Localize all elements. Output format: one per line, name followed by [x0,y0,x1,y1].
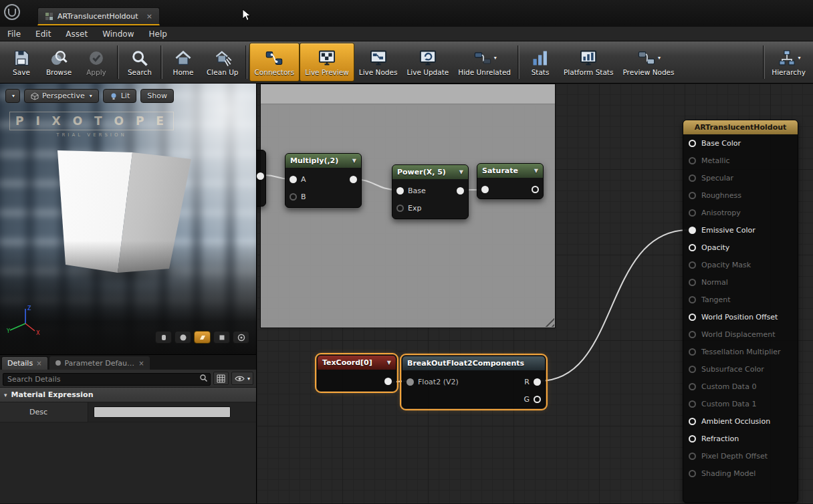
pin-world-displacement[interactable] [689,331,696,338]
pin-opacity[interactable] [689,244,696,251]
output-pin-g[interactable] [534,396,541,403]
save-icon [11,49,31,68]
chevron-down-icon[interactable]: ▼ [459,169,463,175]
search-button[interactable]: Search [121,43,158,82]
chevron-down-icon[interactable]: ▾ [494,55,497,61]
preview-cube-button[interactable] [213,331,230,344]
save-button[interactable]: Save [3,43,40,82]
view-options-button[interactable]: ▾ [231,372,253,385]
live-nodes-button[interactable]: Live Nodes [354,43,402,82]
clean-up-button[interactable]: Clean Up [202,43,243,82]
pin-metallic[interactable] [689,157,696,164]
pin-ambient-occlusion[interactable] [689,418,696,425]
material-node-header[interactable]: ARTranslucentHoldout [683,120,798,134]
pin-specular[interactable] [689,174,696,182]
material-pin-row: Shading Model [683,465,798,482]
tab-details[interactable]: Details × [1,356,48,370]
live-preview-button[interactable]: Live Preview [300,43,354,82]
pin-opacity-mask[interactable] [689,261,696,269]
pin-subsurface-color[interactable] [689,366,696,373]
input-pin-float2[interactable] [406,378,414,386]
document-tab[interactable]: ARTranslucentHoldout × [37,7,160,25]
node-saturate[interactable]: Saturate ▼ [477,163,544,199]
chevron-down-icon[interactable]: ▾ [658,55,661,61]
material-expression-section-header[interactable]: ▾ Material Expression [0,388,256,402]
lit-button[interactable]: Lit [103,89,137,103]
menu-help[interactable]: Help [141,27,174,41]
menu-file[interactable]: File [0,27,28,41]
input-pin-base[interactable] [396,187,404,195]
node-material-result[interactable]: ARTranslucentHoldout Base Color Metallic… [683,120,798,503]
output-pin[interactable] [384,378,392,385]
hierarchy-button[interactable]: ▾ Hierarchy [767,43,810,82]
browse-button[interactable]: Browse [40,43,78,82]
desc-input[interactable] [94,406,231,418]
preview-viewport[interactable]: ▾ Perspective ▾ Lit Show [0,84,256,355]
preview-mesh-button[interactable] [233,331,249,344]
pin-base-color[interactable] [689,140,696,147]
output-pin[interactable] [257,172,264,180]
property-matrix-button[interactable] [213,372,229,385]
input-pin-b[interactable] [289,193,297,201]
output-pin[interactable] [532,186,539,193]
output-pin[interactable] [457,187,464,195]
menu-window[interactable]: Window [95,27,141,41]
node-multiply-header[interactable]: Multiply(,2) ▼ [285,154,361,168]
tab-close-icon[interactable]: × [146,12,152,21]
pin-roughness[interactable] [689,192,696,199]
node-power[interactable]: Power(X, 5) ▼ Base Exp [392,164,469,219]
input-pin-exp[interactable] [396,205,404,212]
preview-plane-button[interactable] [194,331,211,344]
pin-world-position-offset[interactable] [689,313,696,321]
pin-emissive-color[interactable] [689,227,696,234]
comment-resize-handle[interactable] [544,317,554,327]
pin-refraction[interactable] [689,435,696,443]
viewport-options-button[interactable]: ▾ [5,89,20,103]
output-pin-r[interactable] [534,378,541,386]
chevron-down-icon[interactable]: ▼ [352,158,356,164]
show-button[interactable]: Show [140,89,174,103]
tab-parameter-defaults[interactable]: Parameter Defaults × [49,356,150,370]
hide-unrelated-button[interactable]: ▾ Hide Unrelated [453,43,515,82]
node-multiply[interactable]: Multiply(,2) ▼ A B [285,153,362,208]
preview-nodes-button[interactable]: ▾ Preview Nodes [618,43,679,82]
output-pin[interactable] [350,176,357,183]
node-texcoord-header[interactable]: TexCoord[0] ▼ [318,356,396,370]
material-pin-row: Metallic [683,152,798,169]
search-details-input[interactable] [3,373,211,386]
live-update-button[interactable]: Live Update [402,43,453,82]
pin-anisotropy[interactable] [689,209,696,217]
apply-button[interactable]: Apply [78,43,115,82]
home-button[interactable]: Home [164,43,202,82]
node-breakout-float2[interactable]: BreakOutFloat2Components Float2 (V2) R G [402,356,546,408]
pin-tangent[interactable] [689,296,696,303]
chevron-down-icon[interactable]: ▼ [534,168,538,174]
material-graph-canvas[interactable]: Multiply(,2) ▼ A B Power(X, 5) ▼ Base Ex… [257,84,813,503]
pin-normal[interactable] [689,279,696,286]
platform-stats-button[interactable]: Platform Stats [559,43,618,82]
stats-button[interactable]: Stats [521,43,559,82]
chevron-down-icon[interactable]: ▾ [798,55,801,61]
input-pin-a[interactable] [289,176,297,183]
connectors-button[interactable]: Connectors [249,43,300,82]
pin-tessellation-multiplier[interactable] [689,348,696,356]
menu-asset[interactable]: Asset [58,27,95,41]
menu-edit[interactable]: Edit [28,27,58,41]
node-texcoord[interactable]: TexCoord[0] ▼ [317,355,396,391]
node-breakout-header[interactable]: BreakOutFloat2Components [402,356,545,370]
preview-cylinder-button[interactable] [155,331,172,344]
chevron-down-icon[interactable]: ▼ [387,360,391,366]
preview-sphere-button[interactable] [175,331,191,344]
tab-close-icon[interactable]: × [138,360,144,367]
node-offscreen[interactable] [257,150,266,207]
comment-node-header[interactable] [261,84,555,104]
pin-shading-model[interactable] [689,470,696,477]
node-saturate-header[interactable]: Saturate ▼ [477,164,543,178]
node-power-header[interactable]: Power(X, 5) ▼ [392,165,468,179]
pin-custom-data-0[interactable] [689,383,696,390]
perspective-button[interactable]: Perspective ▾ [24,89,99,103]
input-pin[interactable] [481,186,489,193]
tab-close-icon[interactable]: × [36,360,41,367]
pin-pixel-depth-offset[interactable] [689,453,696,460]
pin-custom-data-1[interactable] [689,400,696,408]
